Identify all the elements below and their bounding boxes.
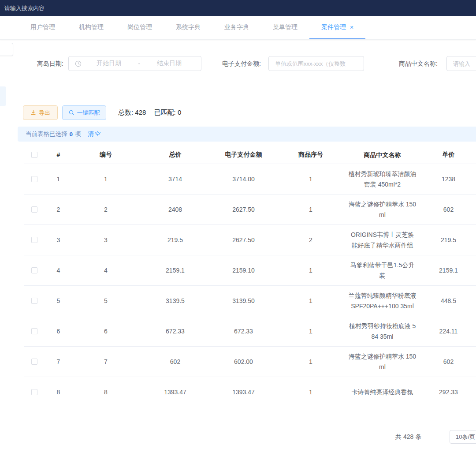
cell-payment: 2627.50 — [212, 236, 275, 243]
row-checkbox[interactable] — [31, 298, 37, 304]
cell-code: 7 — [73, 358, 139, 365]
tab-bar: 用户管理 机构管理 岗位管理 系统字典 业务字典 菜单管理 案件管理 × — [0, 16, 476, 40]
table-body: 1 1 3714 3714.00 1 植村秀新琥珀臻萃洁颜油套装 450ml*2… — [24, 164, 476, 400]
cell-index: 2 — [44, 206, 73, 213]
table-row: 1 1 3714 3714.00 1 植村秀新琥珀臻萃洁颜油套装 450ml*2… — [24, 164, 476, 194]
amount-input[interactable] — [269, 56, 364, 71]
row-checkbox[interactable] — [31, 206, 37, 213]
data-table: # 编号 总价 电子支付金额 商品序号 商品中文名称 单价 1 1 3714 3… — [24, 146, 476, 400]
row-checkbox[interactable] — [31, 359, 37, 365]
cell-unit-price: 448.5 — [419, 297, 476, 304]
row-checkbox[interactable] — [31, 176, 37, 182]
cell-unit-price: 1238 — [419, 176, 476, 183]
cell-payment: 602.00 — [212, 358, 275, 365]
cell-total: 672.33 — [139, 328, 212, 335]
cell-product-name: 海蓝之谜修护精萃水 150ml — [346, 351, 419, 372]
cell-unit-price: 224.11 — [419, 328, 476, 335]
cell-payment: 3714.00 — [212, 176, 275, 183]
table-row: 7 7 602 602.00 1 海蓝之谜修护精萃水 150ml 602 — [24, 347, 476, 377]
tab-user-management[interactable]: 用户管理 — [19, 16, 67, 39]
tab-post-management[interactable]: 岗位管理 — [115, 16, 164, 39]
export-button-label: 导出 — [39, 109, 50, 117]
cell-unit-price: 602 — [419, 358, 476, 365]
collapsed-panel-stub[interactable] — [0, 43, 13, 56]
date-range-picker[interactable]: 开始日期 - 结束日期 — [68, 56, 201, 71]
cell-payment: 3139.50 — [212, 297, 275, 304]
table-header-row: # 编号 总价 电子支付金额 商品序号 商品中文名称 单价 — [24, 146, 476, 164]
page-size-select[interactable]: 10条/页 — [450, 430, 476, 444]
amount-filter-label: 电子支付金额: — [222, 60, 261, 68]
cell-total: 3714 — [139, 176, 212, 183]
tab-menu-management[interactable]: 菜单管理 — [261, 16, 309, 39]
row-checkbox[interactable] — [31, 237, 37, 243]
table-row: 8 8 1393.47 1393.47 1 卡诗菁纯亮泽经典香氛 292.33 — [24, 377, 476, 400]
select-all-checkbox[interactable] — [31, 152, 37, 158]
tab-business-dict[interactable]: 业务字典 — [212, 16, 261, 39]
tab-system-dict[interactable]: 系统字典 — [164, 16, 212, 39]
tab-case-management-label: 案件管理 — [321, 23, 346, 31]
date-filter-label: 离岛日期: — [37, 60, 63, 68]
cell-code: 6 — [73, 328, 139, 335]
cell-code: 4 — [73, 267, 139, 274]
one-click-match-button[interactable]: 一键匹配 — [62, 105, 106, 120]
app-window: 用户管理 机构管理 岗位管理 系统字典 业务字典 菜单管理 案件管理 × 离岛日… — [0, 0, 476, 475]
export-button[interactable]: 导出 — [23, 105, 58, 120]
col-header-total: 总价 — [139, 151, 212, 159]
cell-total: 219.5 — [139, 236, 212, 243]
cell-unit-price: 292.33 — [419, 389, 476, 396]
table-row: 2 2 2408 2627.50 1 海蓝之谜修护精萃水 150ml 602 — [24, 194, 476, 225]
cell-product-seq: 1 — [275, 267, 346, 274]
top-navbar — [0, 0, 476, 16]
search-icon — [69, 110, 74, 116]
row-checkbox[interactable] — [31, 267, 37, 273]
cell-index: 8 — [44, 389, 73, 396]
col-header-index: # — [44, 151, 73, 158]
cell-product-name: 海蓝之谜修护精萃水 150ml — [346, 199, 419, 220]
table-row: 5 5 3139.5 3139.50 1 兰蔻菁纯臻颜精华粉底液SPF20PA+… — [24, 286, 476, 316]
matched-label: 已匹配: — [154, 108, 176, 116]
cell-code: 8 — [73, 389, 139, 396]
row-checkbox[interactable] — [31, 328, 37, 334]
cell-unit-price: 602 — [419, 206, 476, 213]
selection-count: 0 — [67, 131, 75, 138]
cell-payment: 672.33 — [212, 328, 275, 335]
table-row: 6 6 672.33 672.33 1 植村秀羽纱持妆粉底液 584 35ml … — [24, 316, 476, 347]
page-size-value: 10条/页 — [456, 433, 475, 441]
pagination-total: 共 428 条 — [395, 433, 421, 441]
cell-index: 4 — [44, 267, 73, 274]
clock-icon — [75, 60, 82, 67]
cell-product-seq: 1 — [275, 328, 346, 335]
cell-unit-price: 219.5 — [419, 236, 476, 243]
close-icon[interactable]: × — [350, 24, 353, 31]
cell-product-name: ORIGINS韦博士灵芝焕能好底子精华水两件组 — [346, 229, 419, 251]
row-checkbox[interactable] — [31, 389, 37, 395]
col-header-code: 编号 — [73, 151, 139, 159]
end-date-placeholder: 结束日期 — [142, 60, 197, 67]
cell-unit-price: 2159.1 — [419, 267, 476, 274]
table-row: 3 3 219.5 2627.50 2 ORIGINS韦博士灵芝焕能好底子精华水… — [24, 225, 476, 255]
tab-case-management[interactable]: 案件管理 × — [309, 16, 365, 39]
cell-product-seq: 1 — [275, 176, 346, 183]
cell-code: 1 — [73, 176, 139, 183]
cell-product-name: 马爹利蓝带干邑1.5公升装 — [346, 260, 419, 281]
tab-org-management[interactable]: 机构管理 — [67, 16, 115, 39]
total-value: 428 — [135, 108, 146, 116]
cell-total: 1393.47 — [139, 389, 212, 396]
one-click-match-label: 一键匹配 — [77, 109, 100, 117]
cell-code: 3 — [73, 236, 139, 243]
product-name-input-wrap — [446, 56, 476, 71]
clear-selection-link[interactable]: 清空 — [88, 130, 102, 138]
start-date-placeholder: 开始日期 — [82, 60, 136, 67]
matched-value: 0 — [178, 108, 181, 116]
cell-product-seq: 1 — [275, 206, 346, 213]
cell-product-name: 兰蔻菁纯臻颜精华粉底液SPF20PA+++100 35ml — [346, 290, 419, 311]
col-header-product-name: 商品中文名称 — [346, 150, 419, 160]
cell-product-seq: 1 — [275, 297, 346, 304]
product-name-filter-label: 商品中文名称: — [399, 60, 438, 68]
col-header-product-seq: 商品序号 — [275, 151, 346, 159]
cell-code: 5 — [73, 297, 139, 304]
cell-index: 5 — [44, 297, 73, 304]
global-search-input[interactable] — [0, 5, 132, 11]
product-name-input[interactable] — [447, 56, 476, 71]
match-stats: 总数: 428 已匹配: 0 — [118, 108, 181, 117]
